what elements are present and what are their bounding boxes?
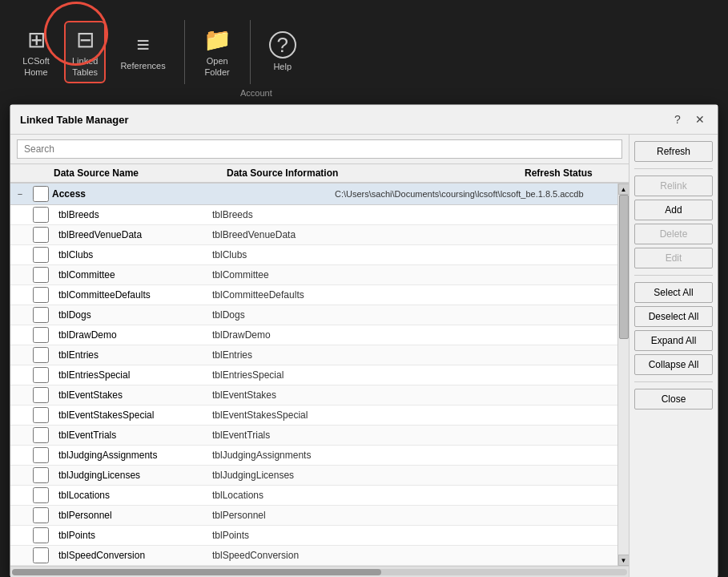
table-row: tblEventStakes tblEventStakes [10,385,617,406]
row-checkbox[interactable] [33,467,49,483]
group-checkbox-access[interactable] [33,186,49,202]
row-table-name: tblPersonnel [52,510,212,521]
row-checkbox[interactable] [33,227,49,243]
row-table-info: tblDrawDemo [212,329,513,341]
scroll-up-button[interactable]: ▲ [618,184,629,195]
row-table-name: tblDrawDemo [52,329,212,341]
row-checkbox[interactable] [33,287,49,303]
table-row: tblCommitteeDefaults tblCommitteeDefault… [10,285,617,305]
row-table-name: tblBreeds [52,209,212,220]
lcsoft-home-icon: ⊞ [27,26,46,53]
row-table-info: tblLocations [212,490,513,501]
row-table-info: tblEventTrials [212,430,513,441]
deselect-all-button[interactable]: Deselect All [634,306,713,327]
toolbar-references[interactable]: ≡ References [114,28,171,75]
row-checkbox[interactable] [33,367,49,383]
references-icon: ≡ [136,32,149,58]
dialog-close-button[interactable]: ✕ [692,111,708,127]
toolbar-linked-tables[interactable]: ⊟ LinkedTables [64,21,106,83]
row-checkbox[interactable] [33,327,49,343]
row-checkbox[interactable] [33,247,49,263]
button-panel: Refresh Relink Add Delete Edit Select Al… [629,135,718,577]
row-table-name: tblDogs [52,309,212,321]
select-all-button[interactable]: Select All [634,282,713,303]
row-checkbox[interactable] [33,547,49,563]
scroll-thumb[interactable] [619,195,629,339]
th-data-source-info: Data Source Information [227,167,525,179]
row-checkbox[interactable] [33,507,49,523]
row-checkbox[interactable] [33,527,49,543]
scrollbar-thumb[interactable] [12,569,381,575]
scroll-down-button[interactable]: ▼ [618,555,629,566]
delete-button[interactable]: Delete [634,224,713,244]
dialog-body: Data Source Name Data Source Information… [10,135,718,577]
row-table-info: tblCommitteeDefaults [212,289,513,301]
dialog-help-button[interactable]: ? [670,111,686,127]
row-table-info: tblJudgingAssignments [212,450,513,461]
scrollbar-track[interactable] [12,569,627,575]
row-table-name: tblClubs [52,249,212,260]
table-row: tblPoints tblPoints [10,526,617,546]
table-row: tblBreeds tblBreeds [10,205,617,225]
table-row: tblBreedVenueData tblBreedVenueData [10,225,617,245]
row-table-name: tblSpeedConversion [52,550,212,561]
horizontal-scrollbar[interactable] [10,566,629,577]
refresh-button[interactable]: Refresh [634,141,713,162]
row-checkbox[interactable] [33,267,49,283]
th-data-source-name: Data Source Name [50,167,227,179]
group-info-access: C:\Users\sachi\Documents\coursing\lcsoft… [335,189,617,199]
linked-tables-icon: ⊟ [76,26,95,53]
search-input[interactable] [17,139,622,159]
table-row: tblPersonnel tblPersonnel [10,506,617,526]
row-table-info: tblClubs [212,249,513,260]
table-row: tblLocations tblLocations [10,486,617,506]
vertical-scrollbar[interactable]: ▲ ▼ [617,184,629,566]
toolbar-help[interactable]: ? Help [263,27,303,76]
help-icon: ? [269,31,296,59]
row-checkbox[interactable] [33,207,49,223]
row-table-info: tblJudgingLicenses [212,470,513,481]
dialog-titlebar: Linked Table Manager ? ✕ [10,105,718,135]
open-folder-icon: 📁 [203,26,231,53]
table-row: tblEntriesSpecial tblEntriesSpecial [10,365,617,385]
collapse-all-button[interactable]: Collapse All [634,354,713,375]
row-table-info: tblEventStakesSpecial [212,410,513,421]
row-checkbox[interactable] [33,427,49,443]
toolbar-divider [184,20,185,84]
expand-all-button[interactable]: Expand All [634,330,713,351]
close-button[interactable]: Close [634,389,713,410]
toolbar-open-folder[interactable]: 📁 OpenFolder [197,22,238,81]
row-checkbox[interactable] [33,487,49,503]
th-check [10,167,50,179]
separator-1 [634,168,713,169]
edit-button[interactable]: Edit [634,248,713,268]
row-checkbox[interactable] [33,307,49,323]
table-row: tblJudgingLicenses tblJudgingLicenses [10,466,617,486]
toolbar-divider2 [250,20,251,84]
row-table-name: tblEventTrials [52,430,212,441]
add-button[interactable]: Add [634,200,713,220]
row-checkbox[interactable] [33,407,49,423]
th-refresh-status: Refresh Status [525,167,629,179]
row-table-name: tblLocations [52,490,212,501]
row-table-name: tblEntries [52,349,212,361]
row-checkbox[interactable] [33,347,49,363]
row-checkbox[interactable] [33,447,49,463]
row-table-info: tblEntriesSpecial [212,369,513,381]
relink-button[interactable]: Relink [634,176,713,196]
linked-table-manager-dialog: Linked Table Manager ? ✕ Data Source Nam… [10,104,718,577]
row-table-info: tblPoints [212,530,513,541]
row-table-info: tblCommittee [212,269,513,280]
row-checkbox[interactable] [33,387,49,403]
group-expand-icon[interactable]: − [10,189,30,199]
table-row: tblSpeedConversion tblSpeedConversion [10,546,617,566]
table-row: tblEventStakesSpecial tblEventStakesSpec… [10,406,617,426]
scroll-track[interactable] [618,195,629,555]
row-table-info: tblDogs [212,309,513,321]
row-table-info: tblEntries [212,349,513,361]
row-table-name: tblJudgingLicenses [52,470,212,481]
row-table-name: tblEntriesSpecial [52,369,212,381]
search-bar [10,135,629,164]
toolbar-lcsoft-home[interactable]: ⊞ LCSoftHome [16,22,56,81]
table-row: tblJudgingAssignments tblJudgingAssignme… [10,446,617,466]
